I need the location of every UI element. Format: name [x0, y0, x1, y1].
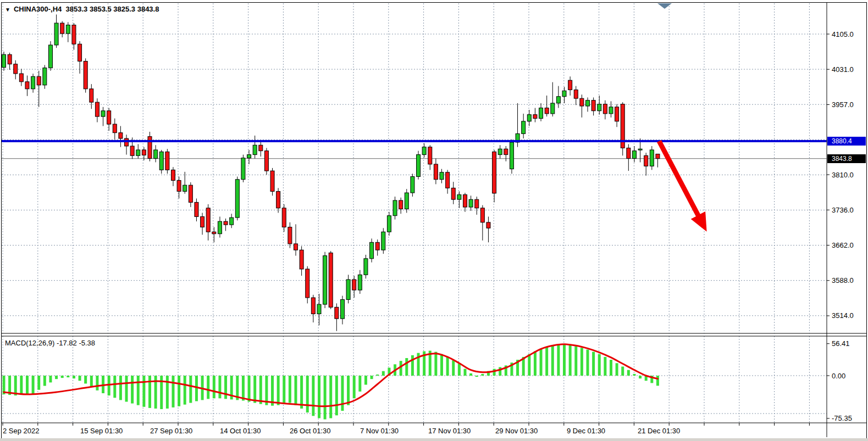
- bull-candle: [609, 107, 613, 114]
- bear-candle: [311, 298, 315, 314]
- bull-candle: [417, 155, 421, 177]
- bear-candle: [148, 137, 152, 159]
- bear-candle: [60, 23, 64, 34]
- bear-candle: [212, 232, 216, 233]
- bear-candle: [206, 208, 210, 232]
- bear-candle: [95, 102, 99, 116]
- bear-candle: [545, 108, 549, 114]
- price-tick-label: 3736.0: [832, 206, 854, 214]
- bull-candle: [598, 104, 601, 111]
- chart-shift-marker-icon[interactable]: [657, 3, 672, 9]
- bear-candle: [189, 185, 192, 202]
- bull-candle: [556, 97, 560, 103]
- bull-candle: [2, 54, 6, 67]
- bull-candle: [253, 145, 257, 154]
- bull-candle: [586, 101, 590, 106]
- chart-symbol-label: CHINA300-,H4: [14, 5, 62, 13]
- price-axis[interactable]: 4105.04031.03957.03810.03736.03662.03588…: [827, 30, 854, 423]
- bull-candle: [101, 111, 105, 116]
- chart-window[interactable]: 4105.04031.03957.03810.03736.03662.03588…: [1, 2, 867, 439]
- bull-candle: [323, 256, 327, 305]
- bull-candle: [346, 280, 350, 299]
- price-tick-label: 3588.0: [832, 276, 854, 284]
- bull-candle: [48, 45, 52, 68]
- price-chart[interactable]: 4105.04031.03957.03810.03736.03662.03588…: [2, 3, 866, 437]
- price-tick-label: 4031.0: [832, 65, 854, 74]
- bull-candle: [469, 199, 473, 207]
- bull-candle: [551, 103, 555, 114]
- bull-candle: [317, 304, 321, 314]
- bear-candle: [84, 61, 87, 88]
- bear-candle: [78, 44, 82, 61]
- bear-candle: [37, 76, 41, 85]
- bear-candle: [335, 307, 339, 319]
- bear-candle: [201, 216, 204, 227]
- time-tick-label: 27 Sep 01:30: [150, 427, 192, 435]
- bear-candle: [113, 124, 117, 133]
- time-tick-label: 14 Oct 01:30: [220, 427, 261, 435]
- trading-app-window: 4105.04031.03957.03810.03736.03662.03588…: [0, 0, 868, 441]
- bear-candle: [264, 151, 268, 171]
- bear-candle: [72, 25, 76, 44]
- time-tick-label: 9 Dec 01:30: [567, 427, 605, 435]
- bull-candle: [358, 275, 362, 290]
- bear-candle: [329, 253, 333, 307]
- horizontal-line-object[interactable]: [2, 140, 827, 142]
- bear-candle: [14, 64, 18, 74]
- bear-candle: [259, 145, 263, 150]
- bull-candle: [154, 150, 158, 159]
- bear-candle: [142, 150, 146, 155]
- trend-arrow-object[interactable]: [659, 141, 704, 227]
- bull-candle: [440, 172, 444, 180]
- bear-candle: [270, 171, 274, 191]
- time-tick-label: 15 Sep 01:30: [80, 427, 123, 435]
- bear-candle: [451, 188, 455, 199]
- bear-candle: [306, 269, 309, 298]
- bull-candle: [159, 152, 163, 170]
- bull-candle: [411, 177, 414, 193]
- macd-tick-label: -75.35: [832, 414, 852, 422]
- bull-candle: [364, 259, 368, 275]
- bear-candle: [568, 80, 572, 90]
- bear-candle: [591, 101, 595, 111]
- bear-candle: [428, 147, 432, 164]
- bull-candle: [405, 193, 408, 209]
- time-tick-label: 29 Nov 01:30: [495, 427, 538, 435]
- bull-candle: [241, 158, 245, 180]
- bear-candle: [8, 54, 12, 64]
- price-tick-label: 4105.0: [832, 30, 854, 38]
- bear-candle: [282, 208, 286, 227]
- bear-candle: [399, 200, 403, 209]
- bull-candle: [370, 242, 374, 259]
- time-axis[interactable]: 2 Sep 202215 Sep 01:3027 Sep 01:3014 Oct…: [3, 427, 680, 435]
- bull-candle: [218, 221, 222, 234]
- bear-candle: [19, 74, 23, 82]
- price-tick-label: 3662.0: [832, 241, 854, 249]
- bear-candle: [434, 164, 438, 180]
- bull-candle: [498, 149, 502, 154]
- bear-candle: [125, 138, 129, 146]
- bear-candle: [574, 90, 578, 99]
- bear-candle: [171, 170, 175, 180]
- bull-candle: [247, 155, 251, 158]
- macd-tick-label: 56.41: [832, 339, 850, 348]
- bull-candle: [650, 150, 654, 166]
- window-bottom-margin: [0, 438, 868, 441]
- bull-candle: [136, 150, 140, 155]
- time-tick-label: 26 Oct 01:30: [290, 427, 330, 435]
- bull-candle: [393, 200, 397, 216]
- bear-candle: [224, 221, 228, 225]
- time-tick-label: 2 Sep 2022: [3, 427, 40, 435]
- bear-candle: [352, 280, 356, 290]
- current-price-badge: 3843.8: [827, 154, 866, 163]
- bear-candle: [627, 148, 631, 158]
- symbol-dropdown-icon[interactable]: ▼: [5, 7, 10, 13]
- bull-candle: [527, 115, 531, 121]
- time-tick-label: 21 Dec 01:30: [638, 427, 680, 435]
- bear-candle: [644, 155, 648, 166]
- bear-candle: [446, 172, 450, 188]
- bull-candle: [632, 151, 636, 159]
- bear-candle: [480, 208, 484, 222]
- bear-candle: [130, 146, 134, 155]
- bear-candle: [300, 250, 303, 269]
